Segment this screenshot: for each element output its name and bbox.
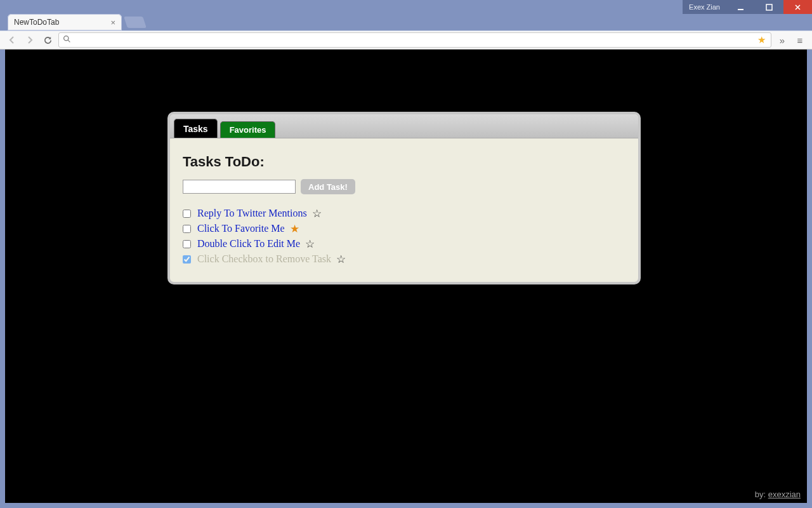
task-item: Click Checkbox to Remove Task☆ bbox=[183, 251, 625, 267]
arrow-left-icon bbox=[7, 35, 17, 45]
panel-tabs: Tasks Favorites bbox=[170, 114, 638, 138]
hamburger-icon: ≡ bbox=[797, 35, 803, 46]
task-label[interactable]: Click To Favorite Me bbox=[197, 223, 285, 234]
svg-rect-0 bbox=[738, 9, 743, 10]
close-icon bbox=[794, 4, 801, 11]
panel-content: Tasks ToDo: Add Task! Reply To Twitter M… bbox=[170, 138, 638, 282]
task-list: Reply To Twitter Mentions☆Click To Favor… bbox=[183, 206, 625, 267]
window-minimize-button[interactable] bbox=[726, 0, 755, 14]
task-checkbox[interactable] bbox=[183, 225, 191, 233]
task-label[interactable]: Reply To Twitter Mentions bbox=[197, 208, 307, 219]
tab-tasks-label: Tasks bbox=[183, 124, 208, 134]
omnibox-input[interactable] bbox=[75, 35, 754, 46]
new-task-input[interactable] bbox=[183, 180, 296, 194]
svg-rect-1 bbox=[766, 4, 772, 10]
window-titlebar: Exex Zian bbox=[0, 0, 812, 14]
window-close-button[interactable] bbox=[783, 0, 812, 14]
task-item: Click To Favorite Me★ bbox=[183, 221, 625, 236]
bookmark-star-icon[interactable]: ★ bbox=[757, 34, 766, 46]
reload-icon bbox=[43, 36, 53, 45]
svg-line-3 bbox=[68, 40, 70, 42]
task-label[interactable]: Double Click To Edit Me bbox=[197, 238, 300, 250]
add-task-button[interactable]: Add Task! bbox=[301, 179, 355, 194]
add-task-row: Add Task! bbox=[183, 179, 625, 194]
chrome-profile-badge[interactable]: Exex Zian bbox=[683, 0, 726, 14]
chevron-right-double-icon: » bbox=[780, 35, 785, 46]
tab-favorites-label: Favorites bbox=[230, 125, 266, 135]
tab-close-icon[interactable]: × bbox=[110, 18, 115, 27]
reload-button[interactable] bbox=[41, 33, 55, 47]
page-viewport: Tasks Favorites Tasks ToDo: Add Task! Re… bbox=[5, 50, 807, 503]
credit-prefix: by: bbox=[755, 490, 768, 499]
star-outline-icon[interactable]: ☆ bbox=[312, 208, 322, 219]
browser-toolbar: ★ » ≡ bbox=[0, 30, 812, 50]
tab-favorites[interactable]: Favorites bbox=[220, 121, 276, 138]
task-checkbox[interactable] bbox=[183, 240, 191, 248]
back-button[interactable] bbox=[5, 33, 19, 47]
task-checkbox[interactable] bbox=[183, 255, 191, 264]
window-maximize-button[interactable] bbox=[755, 0, 783, 14]
star-outline-icon[interactable]: ☆ bbox=[336, 254, 346, 265]
omnibox[interactable]: ★ bbox=[58, 32, 771, 48]
task-checkbox[interactable] bbox=[183, 210, 191, 218]
todo-panel: Tasks Favorites Tasks ToDo: Add Task! Re… bbox=[167, 112, 641, 284]
chrome-profile-name: Exex Zian bbox=[689, 3, 720, 11]
browser-tabstrip: NewToDoTab × bbox=[0, 14, 812, 30]
task-label[interactable]: Click Checkbox to Remove Task bbox=[197, 253, 331, 265]
search-icon bbox=[63, 35, 71, 45]
svg-point-2 bbox=[64, 36, 69, 41]
credit-link[interactable]: exexzian bbox=[768, 490, 801, 499]
overflow-button[interactable]: » bbox=[775, 33, 789, 47]
chrome-menu-button[interactable]: ≡ bbox=[793, 33, 807, 47]
star-filled-icon[interactable]: ★ bbox=[290, 224, 299, 234]
browser-tab-title: NewToDoTab bbox=[14, 18, 59, 27]
forward-button[interactable] bbox=[23, 33, 37, 47]
task-item: Reply To Twitter Mentions☆ bbox=[183, 206, 625, 221]
browser-tab[interactable]: NewToDoTab × bbox=[8, 14, 122, 30]
maximize-icon bbox=[766, 4, 773, 11]
tab-tasks[interactable]: Tasks bbox=[174, 119, 218, 138]
task-item: Double Click To Edit Me☆ bbox=[183, 236, 625, 251]
arrow-right-icon bbox=[25, 35, 35, 45]
minimize-icon bbox=[737, 4, 744, 11]
star-outline-icon[interactable]: ☆ bbox=[305, 239, 315, 250]
panel-heading: Tasks ToDo: bbox=[183, 154, 625, 170]
credit: by: exexzian bbox=[755, 490, 801, 499]
new-tab-button[interactable] bbox=[124, 17, 147, 28]
